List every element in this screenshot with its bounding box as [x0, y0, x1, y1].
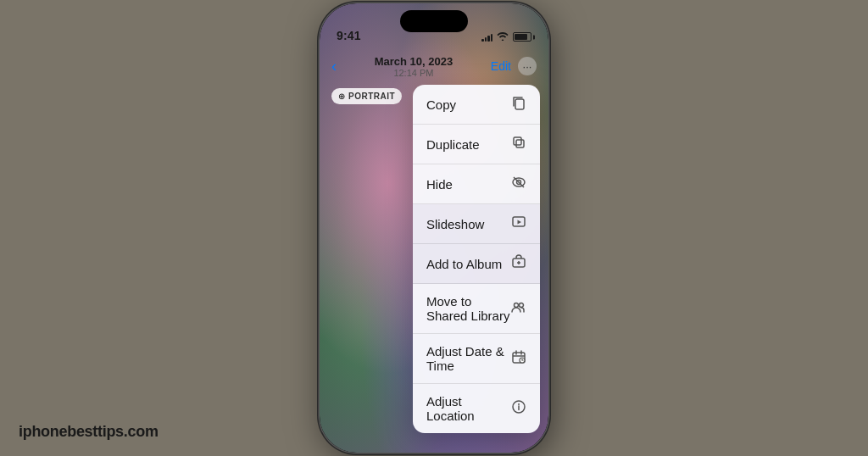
menu-item-hide-label: Hide [426, 177, 453, 192]
portrait-icon: ⊕ [338, 92, 345, 101]
back-button[interactable]: ‹ [331, 58, 337, 75]
watermark-text: iphonebesttips.com [19, 423, 159, 441]
shared-library-icon [511, 299, 526, 318]
phone-screen: 9:41 [320, 3, 548, 453]
menu-item-duplicate[interactable]: Duplicate [413, 125, 540, 164]
nav-center: March 10, 2023 12:14 PM [375, 55, 453, 78]
duplicate-icon [511, 135, 526, 153]
nav-right-actions: Edit ··· [491, 57, 537, 75]
svg-point-11 [515, 303, 519, 308]
menu-item-adjust-date[interactable]: Adjust Date & Time [413, 334, 540, 384]
menu-item-duplicate-label: Duplicate [426, 137, 480, 152]
svg-point-12 [520, 303, 524, 308]
wifi-icon [497, 31, 509, 42]
portrait-badge[interactable]: ⊕ PORTRAIT [331, 88, 402, 104]
menu-item-adjust-date-label: Adjust Date & Time [426, 344, 511, 373]
menu-item-add-to-album[interactable]: Add to Album [413, 244, 540, 284]
svg-marker-7 [518, 220, 522, 225]
ellipsis-icon: ··· [523, 60, 532, 73]
menu-item-copy-label: Copy [426, 97, 456, 112]
adjust-date-icon [511, 349, 526, 368]
context-menu: Copy Duplicate Hide [413, 85, 540, 433]
menu-item-move-shared-label: Move to Shared Library [426, 294, 511, 323]
svg-rect-2 [514, 137, 521, 145]
svg-rect-0 [515, 99, 524, 109]
menu-item-slideshow[interactable]: Slideshow [413, 204, 540, 244]
status-time: 9:41 [337, 29, 361, 42]
signal-icon [481, 32, 492, 42]
add-to-album-icon [511, 254, 526, 273]
dynamic-island [400, 10, 468, 32]
menu-item-hide[interactable]: Hide [413, 164, 540, 204]
edit-button[interactable]: Edit [491, 59, 511, 73]
status-icons [481, 31, 531, 42]
navigation-bar: ‹ March 10, 2023 12:14 PM Edit ··· [320, 47, 548, 85]
menu-item-adjust-location[interactable]: Adjust Location [413, 384, 540, 433]
menu-item-copy[interactable]: Copy [413, 85, 540, 125]
menu-item-add-to-album-label: Add to Album [426, 257, 502, 271]
menu-item-adjust-location-label: Adjust Location [426, 394, 511, 423]
battery-icon [513, 32, 531, 42]
copy-icon [511, 95, 526, 114]
photo-time: 12:14 PM [375, 68, 453, 78]
photo-date: March 10, 2023 [375, 55, 453, 68]
menu-item-slideshow-label: Slideshow [426, 217, 484, 231]
portrait-label: PORTRAIT [348, 92, 395, 101]
slideshow-icon [511, 214, 526, 233]
more-button[interactable]: ··· [518, 57, 537, 75]
hide-icon [511, 175, 526, 193]
svg-rect-1 [516, 140, 524, 147]
adjust-location-icon [511, 399, 526, 418]
menu-item-move-shared[interactable]: Move to Shared Library [413, 284, 540, 334]
phone-frame: 9:41 [320, 3, 548, 453]
